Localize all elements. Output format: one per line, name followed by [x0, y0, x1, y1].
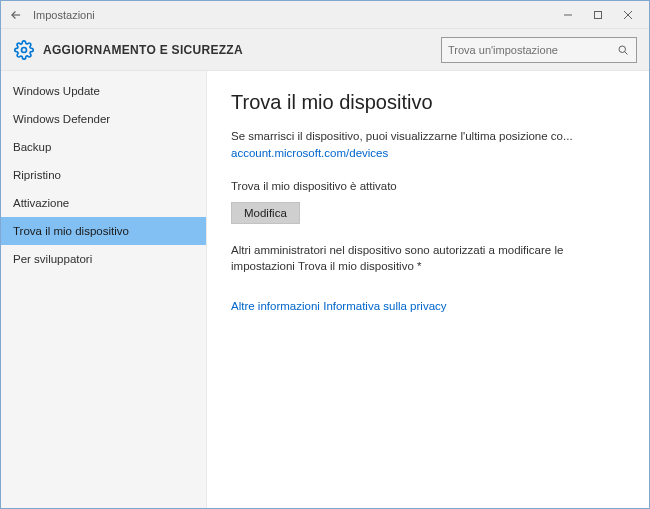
- window-controls: [553, 4, 643, 26]
- header: AGGIORNAMENTO E SICUREZZA: [1, 29, 649, 71]
- minimize-icon[interactable]: [553, 4, 583, 26]
- sidebar-item-label: Ripristino: [13, 169, 61, 181]
- svg-point-5: [619, 46, 626, 53]
- sidebar-item-label: Trova il mio dispositivo: [13, 225, 129, 237]
- page-heading: Trova il mio dispositivo: [231, 91, 625, 114]
- main-content: Trova il mio dispositivo Se smarrisci il…: [207, 71, 649, 508]
- section-title: AGGIORNAMENTO E SICUREZZA: [43, 43, 441, 57]
- close-icon[interactable]: [613, 4, 643, 26]
- modify-button[interactable]: Modifica: [231, 202, 300, 224]
- sidebar-item-label: Attivazione: [13, 197, 69, 209]
- sidebar-item-label: Per sviluppatori: [13, 253, 92, 265]
- sidebar-item-1[interactable]: Windows Defender: [1, 105, 206, 133]
- back-icon[interactable]: [7, 6, 25, 24]
- sidebar-item-5[interactable]: Trova il mio dispositivo: [1, 217, 206, 245]
- sidebar-item-4[interactable]: Attivazione: [1, 189, 206, 217]
- svg-line-6: [625, 51, 628, 54]
- sidebar-item-0[interactable]: Windows Update: [1, 77, 206, 105]
- window-title: Impostazioni: [33, 9, 553, 21]
- sidebar-item-3[interactable]: Ripristino: [1, 161, 206, 189]
- sidebar-item-label: Backup: [13, 141, 51, 153]
- gear-icon: [13, 39, 35, 61]
- body: Windows UpdateWindows DefenderBackupRipr…: [1, 71, 649, 508]
- svg-point-4: [22, 47, 27, 52]
- privacy-link[interactable]: Informativa sulla privacy: [323, 300, 446, 312]
- sidebar-item-label: Windows Update: [13, 85, 100, 97]
- sidebar-item-6[interactable]: Per sviluppatori: [1, 245, 206, 273]
- search-icon[interactable]: [616, 43, 630, 57]
- titlebar: Impostazioni: [1, 1, 649, 29]
- sidebar-item-label: Windows Defender: [13, 113, 110, 125]
- lost-device-text: Se smarrisci il dispositivo, puoi visual…: [231, 128, 625, 144]
- sidebar: Windows UpdateWindows DefenderBackupRipr…: [1, 71, 207, 508]
- search-input[interactable]: [448, 44, 616, 56]
- status-text: Trova il mio dispositivo è attivato: [231, 178, 625, 194]
- sidebar-item-2[interactable]: Backup: [1, 133, 206, 161]
- account-devices-link[interactable]: account.microsoft.com/devices: [231, 147, 388, 159]
- svg-rect-1: [595, 11, 602, 18]
- admin-note-text: Altri amministratori nel dispositivo son…: [231, 242, 625, 274]
- search-field[interactable]: [441, 37, 637, 63]
- more-info-link[interactable]: Altre informazioni: [231, 300, 320, 312]
- maximize-icon[interactable]: [583, 4, 613, 26]
